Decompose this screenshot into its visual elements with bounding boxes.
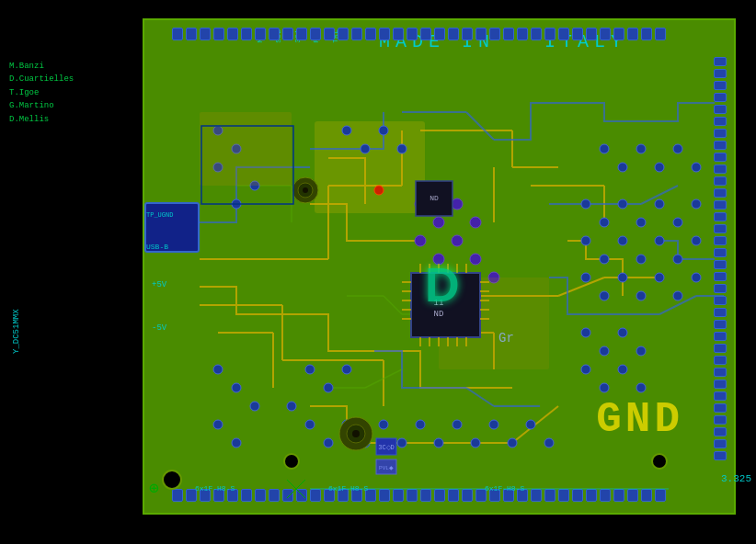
pad <box>600 489 611 502</box>
svg-point-152 <box>339 417 372 450</box>
svg-point-94 <box>600 291 609 300</box>
pad <box>434 28 445 40</box>
svg-point-95 <box>618 273 627 282</box>
svg-point-46 <box>213 365 223 374</box>
pad <box>489 28 500 40</box>
pad <box>462 489 473 502</box>
author-2: D.Cuartielles <box>9 73 74 85</box>
tp-ugnd-label: TP_UGND <box>146 211 173 219</box>
pad <box>714 93 727 102</box>
svg-point-96 <box>636 291 646 300</box>
pad <box>379 489 390 502</box>
svg-point-107 <box>636 383 646 392</box>
pad <box>213 28 224 40</box>
gnd-text: GND <box>596 396 683 444</box>
svg-point-57 <box>342 365 351 374</box>
svg-point-90 <box>655 236 664 245</box>
pad <box>434 489 445 502</box>
svg-line-14 <box>558 278 604 296</box>
pad <box>241 489 252 502</box>
svg-point-88 <box>618 236 627 245</box>
svg-point-79 <box>581 199 590 209</box>
pad <box>714 368 727 377</box>
svg-point-104 <box>581 365 590 374</box>
pad <box>407 28 418 40</box>
pad <box>517 28 528 40</box>
svg-point-64 <box>397 438 407 448</box>
pad <box>462 28 473 40</box>
pad <box>714 200 727 210</box>
svg-point-91 <box>673 255 682 264</box>
pad <box>600 28 611 40</box>
svg-point-59 <box>305 420 315 429</box>
svg-point-82 <box>636 218 646 227</box>
pad <box>714 391 727 401</box>
pad <box>227 28 238 40</box>
svg-point-66 <box>434 438 443 448</box>
svg-point-151 <box>303 187 308 193</box>
author-1: M.Banzi <box>9 60 74 73</box>
pad <box>714 332 727 341</box>
svg-point-47 <box>232 383 241 392</box>
pad <box>714 344 727 353</box>
author-4: G.Martino <box>9 99 74 112</box>
pad <box>714 403 727 413</box>
pad <box>531 28 542 40</box>
pad <box>714 117 727 126</box>
pad <box>714 176 727 186</box>
gr-text: Gr <box>498 331 514 346</box>
svg-point-118 <box>652 454 667 469</box>
author-3: T.Igoe <box>9 86 74 99</box>
pad <box>714 380 727 389</box>
pad <box>448 28 459 40</box>
svg-line-32 <box>659 296 696 314</box>
pad <box>627 28 638 40</box>
svg-rect-157 <box>376 438 396 455</box>
svg-point-86 <box>581 236 590 245</box>
pad <box>296 489 307 502</box>
pad <box>393 489 404 502</box>
svg-point-92 <box>692 236 701 245</box>
pcb-container: M.Banzi D.Cuartielles T.Igoe G.Martino D… <box>0 0 756 544</box>
top-pad-row <box>172 28 725 44</box>
svg-point-55 <box>305 365 315 374</box>
svg-point-80 <box>600 218 609 227</box>
pad <box>365 28 376 40</box>
author-5: D.Mellis <box>9 113 74 126</box>
svg-point-84 <box>673 218 682 227</box>
svg-point-110 <box>452 198 463 210</box>
pad <box>714 320 727 329</box>
svg-point-119 <box>163 470 181 489</box>
svg-point-42 <box>232 144 241 153</box>
pad <box>714 129 727 138</box>
svg-point-70 <box>508 438 517 448</box>
svg-line-30 <box>641 186 678 204</box>
svg-point-93 <box>581 273 590 282</box>
svg-point-61 <box>342 420 351 429</box>
pad <box>714 164 727 174</box>
pad <box>714 308 727 317</box>
authors-list: M.Banzi D.Cuartielles T.Igoe G.Martino D… <box>9 60 74 126</box>
svg-point-115 <box>470 254 481 265</box>
pad <box>714 212 727 221</box>
bottom-label-left: 6x1F-H8-S <box>195 484 235 493</box>
pad <box>714 272 727 281</box>
pad <box>531 489 542 502</box>
pad <box>714 69 727 78</box>
d-letter: D <box>425 257 460 312</box>
pad <box>655 28 666 40</box>
pad <box>282 489 293 502</box>
svg-rect-156 <box>201 126 293 204</box>
pad <box>714 296 727 305</box>
svg-point-85 <box>692 199 701 209</box>
svg-point-154 <box>352 430 360 437</box>
svg-point-67 <box>452 420 462 429</box>
pad <box>572 28 583 40</box>
pad <box>558 489 569 502</box>
pad <box>655 489 666 502</box>
svg-point-102 <box>618 328 627 337</box>
pad <box>172 28 183 40</box>
pad <box>627 489 638 502</box>
pad <box>475 28 487 40</box>
svg-point-71 <box>526 420 535 429</box>
